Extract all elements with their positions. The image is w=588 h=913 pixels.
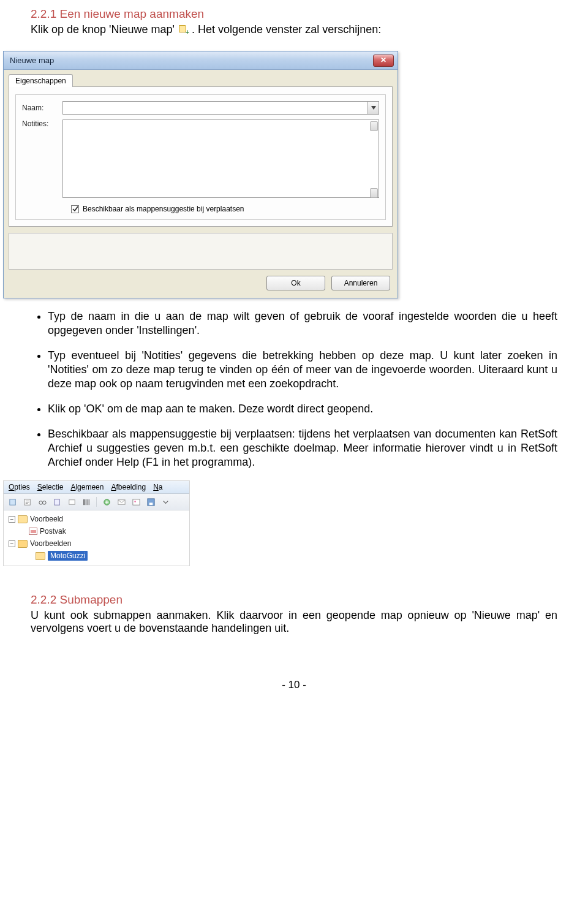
bullet-2: Typ eventueel bij 'Notities' gegevens di… [48, 349, 557, 391]
toolbar-chevron-icon[interactable] [159, 496, 172, 508]
page-number: - 10 - [31, 679, 557, 691]
menubar: Opties Selectie Algemeen Afbeelding Na [4, 481, 189, 494]
toolbar-save-icon[interactable] [144, 496, 157, 508]
svg-point-9 [134, 501, 136, 502]
tree-label: Voorbeeld [30, 515, 63, 523]
svg-point-3 [42, 501, 46, 504]
tree-row-motoguzzi[interactable]: MotoGuzzi [6, 550, 187, 562]
bullet-4: Beschikbaar als mappensuggestie bij verp… [48, 427, 557, 469]
folder-icon [36, 552, 45, 560]
tab-strip: Eigenschappen [4, 70, 398, 86]
new-folder-icon [178, 25, 189, 34]
menu-opties[interactable]: Opties [9, 483, 30, 491]
tree-label: Postvak [40, 527, 66, 536]
toolbar-icon-1[interactable] [6, 496, 20, 508]
close-icon: ✕ [380, 56, 386, 64]
tree-row-voorbeeld[interactable]: − Voorbeeld [6, 513, 187, 525]
toolbar-image-icon[interactable] [129, 496, 143, 508]
intro-line: Klik op de knop 'Nieuwe map' . Het volge… [31, 23, 557, 36]
tab-panel: Naam: Notities: [9, 86, 393, 227]
svg-rect-4 [54, 499, 59, 505]
expander-icon[interactable]: − [9, 540, 15, 547]
folder-tree: − Voorbeeld Postvak − Voorbeelden MotoGu… [4, 510, 189, 566]
cancel-button[interactable]: Annuleren [331, 276, 390, 290]
notities-label: Notities: [22, 119, 62, 128]
tree-label: MotoGuzzi [48, 551, 88, 561]
expander-icon[interactable]: − [9, 516, 15, 523]
intro-suffix: . Het volgende venster zal verschijnen: [192, 23, 381, 36]
folder-tree-screenshot: Opties Selectie Algemeen Afbeelding Na −… [3, 480, 190, 566]
svg-rect-8 [132, 499, 139, 505]
menu-algemeen[interactable]: Algemeen [70, 483, 104, 491]
chevron-down-icon [371, 106, 376, 110]
toolbar [4, 494, 189, 510]
toolbar-binoculars-icon[interactable] [36, 496, 49, 508]
section-heading-1: 2.2.1 Een nieuwe map aanmaken [31, 7, 557, 21]
dialog-lower-panel [9, 233, 393, 270]
menu-selectie[interactable]: Selectie [37, 483, 64, 491]
inbox-icon [29, 528, 37, 535]
close-button[interactable]: ✕ [373, 55, 394, 67]
bullet-1: Typ de naam in die u aan de map wilt gev… [48, 309, 557, 338]
menu-na[interactable]: Na [153, 483, 162, 491]
svg-point-2 [39, 501, 42, 504]
toolbar-icon-4[interactable] [50, 496, 64, 508]
folder-open-icon [18, 540, 28, 548]
section-heading-2: 2.2.2 Submappen [31, 593, 557, 607]
suggestion-checkbox[interactable] [71, 205, 79, 213]
naam-label: Naam: [22, 104, 62, 112]
toolbar-mail-icon[interactable] [115, 496, 128, 508]
new-folder-dialog: Nieuwe map ✕ Eigenschappen Naam: Notitie… [3, 51, 398, 298]
toolbar-add-icon[interactable] [100, 496, 113, 508]
folder-icon [18, 515, 28, 523]
checkmark-icon [72, 206, 78, 212]
toolbar-icon-2[interactable] [21, 496, 34, 508]
menu-afbeelding[interactable]: Afbeelding [111, 483, 146, 491]
instruction-list: Typ de naam in die u aan de map wilt gev… [31, 309, 557, 469]
svg-rect-11 [149, 502, 153, 505]
bullet-3: Klik op 'OK' om de map aan te maken. Dez… [48, 402, 557, 416]
ok-button[interactable]: Ok [266, 276, 325, 290]
notities-textarea[interactable] [62, 119, 379, 198]
tree-row-voorbeelden[interactable]: − Voorbeelden [6, 537, 187, 550]
tab-eigenschappen[interactable]: Eigenschappen [9, 74, 73, 87]
section2-body: U kunt ook submappen aanmaken. Klik daar… [31, 609, 557, 635]
svg-rect-5 [69, 500, 74, 505]
scroll-up-icon[interactable] [370, 121, 378, 131]
dialog-title: Nieuwe map [10, 56, 54, 65]
toolbar-barcode-icon[interactable] [80, 496, 93, 508]
naam-dropdown-button[interactable] [368, 101, 379, 115]
dialog-titlebar: Nieuwe map ✕ [4, 51, 398, 70]
checkbox-label: Beschikbaar als mappensuggestie bij verp… [83, 205, 244, 213]
tree-label: Voorbeelden [30, 539, 71, 548]
toolbar-icon-5[interactable] [65, 496, 78, 508]
scroll-down-icon[interactable] [370, 188, 378, 198]
naam-input[interactable] [62, 101, 368, 115]
intro-prefix: Klik op de knop 'Nieuwe map' [31, 23, 178, 36]
svg-rect-0 [9, 499, 15, 505]
tree-row-postvak[interactable]: Postvak [6, 525, 187, 537]
